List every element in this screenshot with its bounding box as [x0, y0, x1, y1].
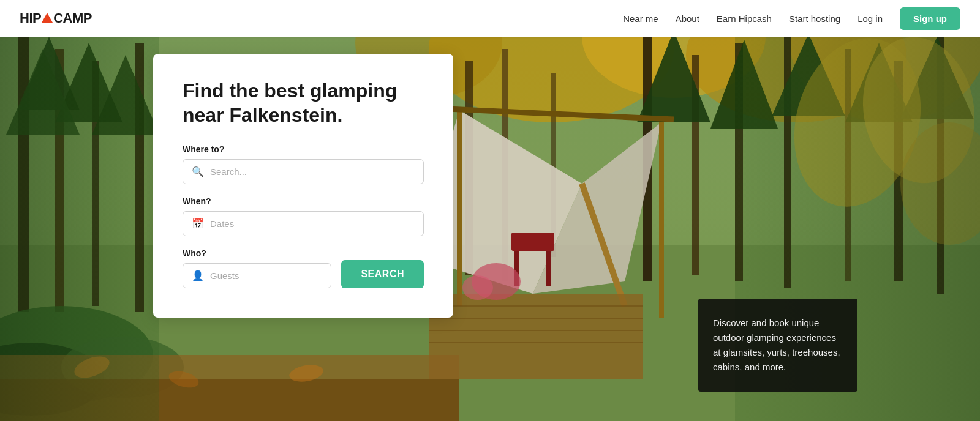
login-button[interactable]: Log in [858, 13, 883, 24]
when-input[interactable] [210, 218, 415, 229]
who-input-wrapper: 👤 [183, 263, 331, 288]
logo-tent-icon [42, 12, 53, 23]
hero-section: Find the best glamping near Falkenstein.… [0, 0, 980, 421]
signup-button[interactable]: Sign up [900, 7, 960, 30]
nav-about[interactable]: About [676, 13, 699, 24]
svg-point-54 [462, 275, 493, 300]
calendar-icon: 📅 [192, 218, 204, 229]
svg-rect-47 [511, 233, 554, 251]
svg-rect-46 [546, 250, 551, 286]
nav-start-hosting[interactable]: Start hosting [789, 13, 840, 24]
search-card: Find the best glamping near Falkenstein.… [153, 54, 453, 318]
person-icon: 👤 [192, 270, 204, 281]
when-group: When? 📅 [183, 196, 424, 236]
when-label: When? [183, 196, 424, 206]
hero-title: Find the best glamping near Falkenstein. [183, 78, 424, 127]
navbar: HIPCAMP Near me About Earn Hipcash Start… [0, 0, 980, 37]
where-label: Where to? [183, 144, 424, 154]
where-input[interactable] [210, 166, 415, 177]
logo[interactable]: HIPCAMP [20, 10, 92, 26]
when-input-wrapper: 📅 [183, 211, 424, 236]
svg-rect-58 [0, 0, 159, 421]
nav-links: Near me About Earn Hipcash Start hosting… [623, 7, 960, 30]
nav-earn-hipcash[interactable]: Earn Hipcash [717, 13, 772, 24]
where-group: Where to? 🔍 [183, 144, 424, 184]
info-text: Discover and book unique outdoor glampin… [713, 316, 843, 374]
search-button[interactable]: SEARCH [341, 260, 424, 288]
nav-near-me[interactable]: Near me [623, 13, 658, 24]
who-label: Who? [183, 248, 331, 258]
info-box: Discover and book unique outdoor glampin… [698, 299, 858, 392]
who-input[interactable] [210, 270, 322, 281]
who-search-row: Who? 👤 SEARCH [183, 248, 424, 288]
who-group: Who? 👤 [183, 248, 331, 288]
search-icon: 🔍 [192, 166, 204, 177]
logo-text: HIPCAMP [20, 10, 92, 26]
where-input-wrapper: 🔍 [183, 159, 424, 184]
